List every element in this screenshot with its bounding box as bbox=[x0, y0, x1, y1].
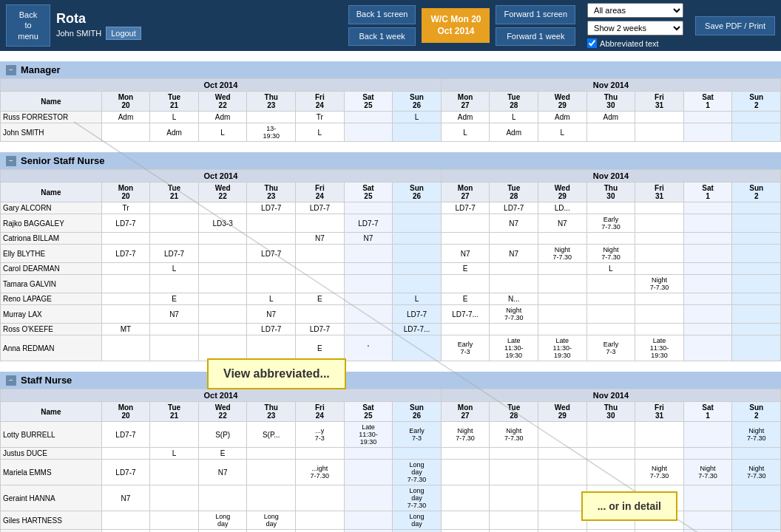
manager-name-col-header: Name bbox=[1, 92, 102, 112]
senior-collapse-button[interactable]: − bbox=[6, 156, 16, 166]
rota-label: Rota bbox=[56, 11, 342, 27]
staff-nurse-label: Staff Nurse bbox=[21, 375, 72, 386]
header: Backtomenu Rota John SMITH Logout Back 1… bbox=[0, 0, 781, 51]
staff-nov-header: Nov 2014 bbox=[441, 389, 780, 402]
table-row: Ross O'KEEFE MT LD7-7 LD7-7 LD7-7... bbox=[1, 324, 781, 335]
table-row: Elly BLYTHE LD7-7 LD7-7 LD7-7 N7 N7 Nigh… bbox=[1, 245, 781, 263]
date-line2: Oct 2014 bbox=[430, 26, 481, 38]
table-row: Carol DEARMAN L E L bbox=[1, 263, 781, 275]
rota-title: Rota John SMITH Logout bbox=[56, 11, 342, 40]
or-in-detail-tooltip: ... or in detail bbox=[581, 491, 677, 521]
senior-oct-header: Oct 2014 bbox=[1, 170, 442, 183]
manager-section-header: − Manager bbox=[0, 61, 781, 78]
table-row: Rajko BAGGALEY LD7-7 LD3-3 LD7-7 N7 N7 E… bbox=[1, 214, 781, 233]
senior-name-col-header: Name bbox=[1, 183, 102, 202]
table-row: Gary ALCORN Tr LD7-7 LD7-7 LD7-7 LD7-7 L… bbox=[1, 202, 781, 214]
table-row: Lotty BURRELL LD7-7 S(P) S(P... ...y7-3 … bbox=[1, 422, 781, 448]
weeks-select[interactable]: Show 2 weeks Show 1 week bbox=[587, 21, 683, 35]
senior-label: Senior Staff Nurse bbox=[21, 155, 104, 166]
manager-day-wed29: Wed29 bbox=[538, 92, 587, 112]
manager-collapse-button[interactable]: − bbox=[6, 65, 16, 75]
manager-day-tue21: Tue21 bbox=[150, 92, 199, 112]
controls: All areas Show 2 weeks Show 1 week Abbre… bbox=[587, 3, 683, 48]
table-row: Anna REDMAN E ' Early7-3 Late11:30-19:30… bbox=[1, 335, 781, 361]
staff-nurse-section-header: − Staff Nurse bbox=[0, 372, 781, 389]
table-row: Murray LAX N7 N7 LD7-7 LD7-7... Night7-7… bbox=[1, 305, 781, 324]
table-row: Justus DUCE L E bbox=[1, 448, 781, 460]
abbreviated-checkbox[interactable] bbox=[587, 38, 597, 48]
date-badge: W/C Mon 20 Oct 2014 bbox=[422, 8, 490, 43]
forward-week-button[interactable]: Forward 1 week bbox=[496, 27, 575, 46]
manager-day-thu30: Thu30 bbox=[586, 92, 635, 112]
manager-day-fri24: Fri24 bbox=[296, 92, 345, 112]
manager-day-sat1: Sat1 bbox=[683, 92, 732, 112]
table-row: Russ FORRESTOR Adm L Adm Tr L Adm L Adm … bbox=[1, 112, 781, 123]
forward-screen-button[interactable]: Forward 1 screen bbox=[496, 5, 575, 24]
table-row: Catriona BILLAM N7 N7 bbox=[1, 233, 781, 245]
table-row: Tamara GALVIN Night7-7.30 bbox=[1, 275, 781, 293]
nav-buttons-right: Forward 1 screen Forward 1 week bbox=[496, 5, 575, 46]
logout-button[interactable]: Logout bbox=[106, 27, 141, 40]
username: John SMITH bbox=[56, 29, 101, 38]
table-row: Mariela EMMS LD7-7 N7 ...ight7-7.30 Long… bbox=[1, 460, 781, 485]
save-pdf-button[interactable]: Save PDF / Print bbox=[695, 16, 775, 35]
table-row: Reno LAPAGE E L E L E N... bbox=[1, 293, 781, 305]
manager-day-sun26: Sun26 bbox=[393, 92, 442, 112]
staff-oct-header: Oct 2014 bbox=[1, 389, 442, 402]
senior-table: Oct 2014 Nov 2014 Name Mon20 Tue21 Wed22… bbox=[0, 169, 781, 361]
manager-nov-header: Nov 2014 bbox=[441, 79, 780, 92]
table-row: Anne HERBEHOLZ bbox=[1, 530, 781, 533]
manager-day-tue28: Tue28 bbox=[490, 92, 538, 112]
manager-table: Oct 2014 Nov 2014 Name Mon20 Tue21 Wed22… bbox=[0, 78, 781, 142]
back-screen-button[interactable]: Back 1 screen bbox=[348, 5, 416, 24]
manager-day-mon27: Mon27 bbox=[441, 92, 490, 112]
abbreviated-label: Abbreviated text bbox=[600, 39, 659, 48]
manager-oct-header: Oct 2014 bbox=[1, 79, 442, 92]
nav-buttons-left: Back 1 screen Back 1 week bbox=[348, 5, 416, 46]
manager-day-sun2: Sun2 bbox=[732, 92, 781, 112]
area-select[interactable]: All areas bbox=[587, 3, 683, 18]
view-abbreviated-tooltip: View abbreviated... bbox=[207, 358, 346, 389]
manager-day-mon20: Mon20 bbox=[101, 92, 150, 112]
senior-staff-nurse-section-header: − Senior Staff Nurse bbox=[0, 152, 781, 169]
manager-day-fri31: Fri31 bbox=[635, 92, 684, 112]
user-info: John SMITH Logout bbox=[56, 27, 342, 40]
senior-nov-header: Nov 2014 bbox=[441, 170, 780, 183]
manager-row1-name: Russ FORRESTOR bbox=[1, 112, 102, 123]
date-line1: W/C Mon 20 bbox=[430, 14, 481, 26]
manager-day-wed22: Wed22 bbox=[198, 92, 247, 112]
back-week-button[interactable]: Back 1 week bbox=[348, 27, 416, 46]
manager-label: Manager bbox=[21, 64, 60, 75]
abbreviated-row: Abbreviated text bbox=[587, 38, 683, 48]
staff-name-col-header: Name bbox=[1, 402, 102, 422]
manager-row2-name: John SMITH bbox=[1, 123, 102, 142]
manager-day-thu23: Thu23 bbox=[247, 92, 296, 112]
back-to-menu-button[interactable]: Backtomenu bbox=[6, 4, 50, 47]
table-row: John SMITH Adm L 13-19:30 L L Adm L bbox=[1, 123, 781, 142]
staff-nurse-collapse-button[interactable]: − bbox=[6, 375, 16, 386]
main-content: − Manager Oct 2014 Nov 2014 Name Mon20 T… bbox=[0, 55, 781, 532]
manager-day-sat25: Sat25 bbox=[344, 92, 393, 112]
